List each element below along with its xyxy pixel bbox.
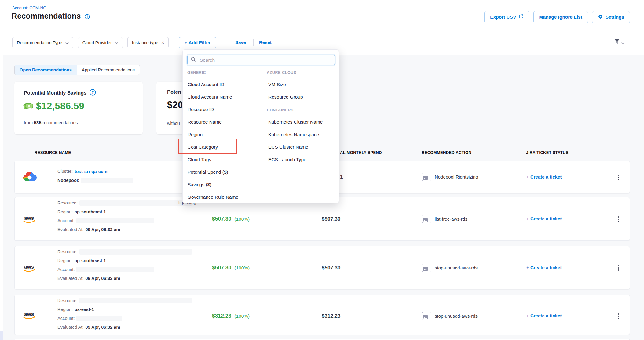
dropdown-search[interactable]: [187, 55, 335, 65]
account-line: Account:: [57, 218, 154, 224]
evaluated-at-label: Evaluated At:: [57, 227, 83, 232]
manage-ignore-list-button[interactable]: Manage Ignore List: [533, 11, 588, 23]
column-header-jira-ticket-status: JIRA TICKET STATUS: [526, 150, 569, 155]
table-row[interactable]: aws Resource: Region: us-east-1 Account:…: [14, 295, 630, 335]
nodepool-label: Nodepool:: [57, 178, 79, 183]
evaluated-at-value: 09 Apr, 06:32 am: [85, 276, 120, 281]
save-filter-link[interactable]: Save: [235, 40, 246, 45]
dropdown-item-savings[interactable]: Savings ($): [188, 182, 211, 188]
cluster-name-link[interactable]: test-sri-qa-ccm: [75, 169, 108, 174]
svg-text:aws: aws: [24, 264, 34, 270]
evaluated-at-label: Evaluated At:: [57, 325, 83, 330]
column-header-monthly-spend: AL MONTHLY SPEND: [340, 150, 382, 155]
monthly-spend-value: $312.23: [322, 313, 340, 319]
dropdown-item-resource-group[interactable]: Resource Group: [268, 94, 303, 100]
redacted-resource-value: [79, 249, 192, 255]
recommended-action-label: list-free-aws-rds: [435, 216, 467, 222]
recommended-action-cell: stop-unused-aws-rds: [422, 312, 478, 320]
create-ticket-link[interactable]: + Create a ticket: [526, 216, 562, 221]
filter-chip-cloud-provider[interactable]: Cloud Provider: [78, 37, 123, 48]
region-line: Region: ap-southeast-1: [57, 258, 106, 264]
table-row[interactable]: aws Resource: lightwing Region: ap-south…: [14, 197, 630, 241]
dropdown-item-kubernetes-cluster-name[interactable]: Kubernetes Cluster Name: [268, 119, 323, 125]
reset-filter-link[interactable]: Reset: [259, 40, 272, 45]
evaluated-at-label: Evaluated At:: [57, 276, 83, 281]
region-label: Region:: [57, 307, 73, 312]
create-ticket-link[interactable]: + Create a ticket: [526, 313, 562, 318]
dropdown-item-resource-id[interactable]: Resource ID: [188, 107, 214, 113]
chip-label: Recommendation Type: [17, 40, 62, 45]
savings-percent: (100%): [234, 265, 250, 271]
close-icon[interactable]: ×: [161, 40, 164, 45]
breadcrumb[interactable]: Account: CCM-NG: [12, 5, 46, 10]
create-ticket-link[interactable]: + Create a ticket: [526, 174, 562, 179]
redacted-account-value: [76, 316, 122, 321]
gcp-cloud-icon: [23, 171, 37, 184]
row-menu-kebab[interactable]: [616, 313, 620, 319]
next-row-peek: [14, 339, 630, 340]
dropdown-item-cloud-account-name[interactable]: Cloud Account Name: [188, 94, 232, 100]
image-placeholder-icon: [422, 215, 431, 223]
resource-label: Resource:: [57, 249, 78, 254]
dropdown-item-cloud-tags[interactable]: Cloud Tags: [188, 157, 211, 163]
redacted-resource-value: [79, 200, 192, 206]
tab-applied-recommendations[interactable]: Applied Recommendations: [77, 65, 140, 75]
tab-open-recommendations[interactable]: Open Recommendations: [15, 65, 77, 75]
filter-chips: Recommendation Type Cloud Provider Insta…: [12, 37, 169, 48]
filter-chip-recommendation-type[interactable]: Recommendation Type: [12, 37, 73, 48]
region-label: Region:: [57, 258, 73, 263]
savings-card-subtitle: from 535 recommendations: [24, 120, 78, 125]
dropdown-item-resource-name[interactable]: Resource Name: [188, 119, 222, 125]
svg-text:?: ?: [92, 90, 94, 95]
aws-icon: aws: [22, 214, 37, 226]
filter-chip-instance-type[interactable]: Instance type ×: [127, 37, 169, 48]
dropdown-item-ecs-launch-type[interactable]: ECS Launch Type: [268, 157, 306, 163]
export-csv-button[interactable]: Export CSV: [484, 11, 529, 23]
evaluated-line: Evaluated At: 09 Apr, 06:32 am: [57, 324, 120, 330]
dropdown-item-potential-spend[interactable]: Potential Spend ($): [188, 169, 228, 175]
chevron-down-icon: [65, 40, 69, 45]
dropdown-item-ecs-cluster-name[interactable]: ECS Cluster Name: [268, 144, 308, 150]
row-menu-kebab[interactable]: [616, 175, 620, 180]
save-reset-divider: [253, 39, 254, 46]
account-line: Account:: [57, 315, 122, 321]
export-csv-label: Export CSV: [490, 14, 516, 20]
recommended-action-cell: stop-unused-aws-rds: [422, 264, 478, 272]
dropdown-item-kubernetes-namespace[interactable]: Kubernetes Namespace: [268, 132, 319, 138]
row-menu-kebab[interactable]: [616, 216, 620, 222]
chevron-down-icon: [621, 40, 624, 45]
create-ticket-link[interactable]: + Create a ticket: [526, 265, 562, 270]
savings-card-title: Potential Monthly Savings: [24, 90, 86, 96]
resource-label: Resource:: [57, 201, 78, 205]
evaluated-line: Evaluated At: 09 Apr, 06:32 am: [57, 275, 120, 281]
savings-percent: (100%): [234, 216, 250, 222]
potential-monthly-savings-card: Potential Monthly Savings ? $12,586.59 f…: [14, 82, 143, 134]
savings-cell: $507.30 (100%): [212, 216, 250, 222]
chip-label: Cloud Provider: [82, 40, 112, 45]
chip-label: Instance type: [132, 40, 158, 45]
column-header-recommended-action: RECOMMENDED ACTION: [422, 150, 471, 155]
table-row[interactable]: aws Resource: Region: ap-southeast-1 Acc…: [14, 246, 630, 289]
help-icon[interactable]: ?: [90, 89, 96, 97]
dropdown-item-cost-category[interactable]: Cost Category: [188, 144, 218, 150]
dropdown-item-governance-rule-name[interactable]: Governance Rule Name: [188, 194, 238, 200]
recommended-action-cell: Nodepool Rightsizing: [422, 173, 478, 181]
search-input[interactable]: [200, 57, 331, 63]
recommended-action-cell: list-free-aws-rds: [422, 215, 467, 223]
dropdown-item-cloud-account-id[interactable]: Cloud Account ID: [188, 81, 224, 88]
savings-amount: $312.23: [212, 313, 231, 319]
nodepool-line: Nodepool:: [57, 177, 133, 183]
svg-text:aws: aws: [24, 311, 34, 317]
row-menu-kebab[interactable]: [616, 265, 620, 271]
settings-button[interactable]: Settings: [592, 11, 630, 23]
add-filter-dropdown: GENERIC Cloud Account ID Cloud Account N…: [182, 49, 339, 203]
account-line: Account:: [57, 266, 154, 273]
settings-label: Settings: [606, 14, 624, 20]
filter-panel-toggle[interactable]: [614, 39, 624, 45]
redacted-account-value: [76, 218, 154, 223]
dropdown-item-region[interactable]: Region: [188, 132, 203, 138]
region-line: Region: ap-southeast-1: [57, 209, 106, 215]
add-filter-button[interactable]: + Add Filter: [179, 37, 216, 48]
info-icon[interactable]: [85, 14, 90, 20]
dropdown-item-vm-size[interactable]: VM Size: [268, 81, 286, 88]
